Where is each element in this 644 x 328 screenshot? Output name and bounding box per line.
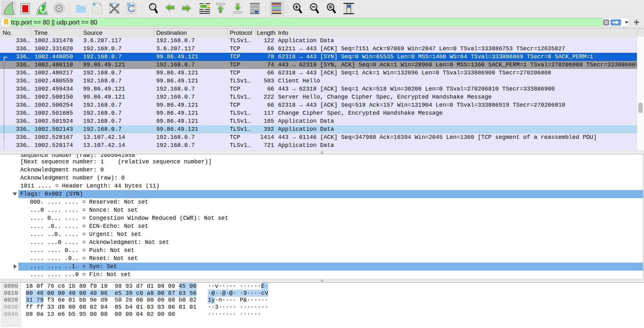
svg-text:01110: 01110 — [94, 11, 101, 13]
